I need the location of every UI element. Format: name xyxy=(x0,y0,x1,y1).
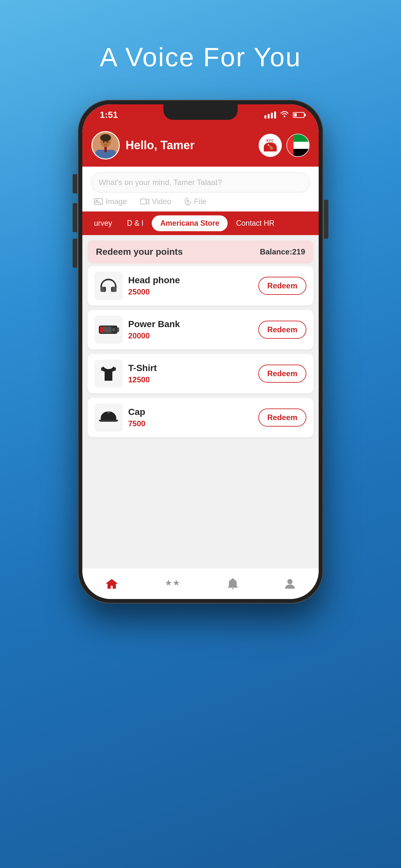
bottom-nav xyxy=(82,568,319,599)
image-action[interactable]: Image xyxy=(94,197,127,206)
svg-point-2 xyxy=(100,134,111,141)
nav-tabs: urvey D & I Americana Store Contact HR xyxy=(82,212,319,235)
svg-point-19 xyxy=(287,579,292,584)
post-input-container[interactable]: What's on your mind, Tamer Talaat? xyxy=(91,173,310,192)
balance-display: Balance:219 xyxy=(260,247,305,256)
tab-di[interactable]: D & I xyxy=(120,215,150,231)
image-label: Image xyxy=(105,197,127,206)
tshirt-redeem-btn[interactable]: Redeem xyxy=(258,365,306,383)
status-icons xyxy=(265,111,305,120)
powerbank-redeem-btn[interactable]: Redeem xyxy=(258,321,306,339)
headphone-info: Head phone 25000 xyxy=(128,275,252,297)
svg-rect-10 xyxy=(100,287,104,292)
wifi-icon xyxy=(280,111,289,120)
svg-rect-15 xyxy=(100,327,104,333)
store-content: Redeem your points Balance:219 xyxy=(82,235,319,568)
headphone-image xyxy=(95,272,122,300)
product-card-headphone: Head phone 25000 Redeem xyxy=(88,266,313,306)
signal-icon xyxy=(265,112,276,119)
headphone-points: 25000 xyxy=(128,287,252,297)
powerbank-points: 20000 xyxy=(128,331,252,340)
svg-point-5 xyxy=(103,141,105,143)
points-header: Redeem your points Balance:219 xyxy=(88,240,313,264)
nav-profile[interactable] xyxy=(284,578,296,590)
product-card-powerbank: Power Bank 20000 Redeem xyxy=(88,310,313,349)
nav-notifications[interactable] xyxy=(227,578,238,590)
tshirt-image xyxy=(95,360,122,388)
nav-home[interactable] xyxy=(105,578,118,590)
file-action[interactable]: File xyxy=(184,197,207,206)
avatar xyxy=(91,131,120,159)
cap-name: Cap xyxy=(128,407,252,417)
video-label: Video xyxy=(152,197,172,206)
kfc-logo[interactable]: KFC 🍗 xyxy=(258,134,282,157)
post-actions: Image Video xyxy=(91,197,310,206)
svg-point-17 xyxy=(113,329,114,330)
product-card-tshirt: T-Shirt 12500 Redeem xyxy=(88,354,313,393)
header-right: KFC 🍗 xyxy=(258,134,310,157)
svg-point-6 xyxy=(106,141,109,143)
svg-rect-9 xyxy=(141,199,146,204)
post-placeholder: What's on your mind, Tamer Talaat? xyxy=(99,178,222,187)
status-time: 1:51 xyxy=(96,110,118,120)
cap-redeem-btn[interactable]: Redeem xyxy=(258,408,306,427)
headphone-redeem-btn[interactable]: Redeem xyxy=(258,277,306,295)
page-title: A Voice For You xyxy=(100,42,301,72)
powerbank-image xyxy=(95,316,122,344)
svg-rect-11 xyxy=(112,287,117,292)
headphone-name: Head phone xyxy=(128,275,252,285)
tshirt-name: T-Shirt xyxy=(128,363,252,373)
video-action[interactable]: Video xyxy=(140,197,172,206)
tab-survey[interactable]: urvey xyxy=(88,215,119,231)
product-card-cap: Cap 7500 Redeem xyxy=(88,398,313,437)
cap-image xyxy=(95,404,122,431)
svg-rect-13 xyxy=(118,328,119,332)
points-title: Redeem your points xyxy=(96,247,183,257)
powerbank-name: Power Bank xyxy=(128,319,252,330)
tab-contact-hr[interactable]: Contact HR xyxy=(229,215,281,231)
app-header: Hello, Tamer KFC 🍗 xyxy=(82,125,319,166)
cap-info: Cap 7500 xyxy=(128,407,252,428)
uae-flag[interactable] xyxy=(286,134,310,157)
phone-notch xyxy=(163,104,238,120)
tshirt-info: T-Shirt 12500 xyxy=(128,363,252,384)
tab-store[interactable]: Americana Store xyxy=(152,215,227,231)
file-label: File xyxy=(194,197,207,206)
product-list: Head phone 25000 Redeem xyxy=(82,266,319,442)
svg-rect-18 xyxy=(107,411,110,413)
header-left: Hello, Tamer xyxy=(91,131,194,159)
page-background: A Voice For You 1:51 xyxy=(0,0,401,868)
tshirt-points: 12500 xyxy=(128,375,252,384)
nav-stars[interactable] xyxy=(164,578,181,589)
battery-icon xyxy=(293,112,305,118)
phone-shell: 1:51 xyxy=(78,100,323,603)
cap-points: 7500 xyxy=(128,419,252,428)
greeting-text: Hello, Tamer xyxy=(126,138,194,152)
powerbank-info: Power Bank 20000 xyxy=(128,319,252,340)
post-area: What's on your mind, Tamer Talaat? Image xyxy=(82,166,319,212)
phone-screen: 1:51 xyxy=(82,104,319,599)
svg-rect-4 xyxy=(104,147,106,152)
